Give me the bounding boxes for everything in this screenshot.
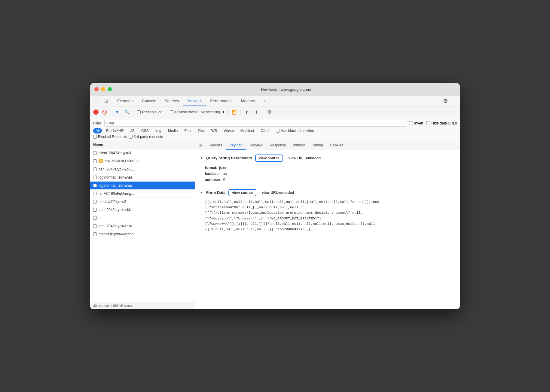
- left-panel-header: Name: [90, 141, 195, 149]
- preserve-log-label[interactable]: Preserve log: [136, 109, 163, 115]
- list-item-selected[interactable]: log?format=json&has...: [90, 182, 195, 190]
- tab-timing[interactable]: Timing: [309, 141, 327, 150]
- list-item[interactable]: manifest?pwa=webhp: [90, 230, 195, 238]
- settings-icon[interactable]: ⚙: [442, 96, 449, 106]
- upload-icon[interactable]: ⬆: [243, 108, 251, 116]
- req-checkbox[interactable]: [93, 184, 97, 187]
- tab-sources[interactable]: Sources: [160, 96, 183, 106]
- tab-response[interactable]: Response: [266, 141, 289, 150]
- tab-elements[interactable]: Elements: [113, 96, 138, 106]
- chip-other[interactable]: Other: [258, 128, 272, 133]
- list-item[interactable]: log?format=json&has...: [90, 173, 195, 182]
- tab-preview[interactable]: Preview: [246, 141, 266, 150]
- list-item[interactable]: rs=ACT90oFqOrnng...: [90, 190, 195, 198]
- detail-content: ▼ Query String Parameters view source vi…: [195, 150, 460, 309]
- tab-cookies[interactable]: Cookies: [326, 141, 347, 150]
- chip-all[interactable]: All: [93, 128, 102, 133]
- disable-cache-text: Disable cache: [175, 110, 197, 114]
- list-item[interactable]: ui: [90, 214, 195, 222]
- chip-manifest[interactable]: Manifest: [238, 128, 256, 133]
- chip-wasm[interactable]: Wasm: [221, 128, 236, 133]
- param-value: json: [219, 166, 226, 170]
- tab-payload[interactable]: Payload: [226, 141, 246, 150]
- throttling-select[interactable]: No throttling: [201, 110, 220, 114]
- chip-fetch-xhr[interactable]: Fetch/XHR: [104, 128, 126, 133]
- list-item[interactable]: m=aLUfP?xjs=s2: [90, 198, 195, 206]
- collapse-triangle[interactable]: ▼: [200, 156, 203, 160]
- clear-icon[interactable]: 🚫: [100, 108, 108, 116]
- list-item[interactable]: client_204?&atyp=i&...: [90, 149, 195, 157]
- req-name: gen_204?atyp=i&r=1...: [99, 167, 192, 171]
- req-name: gen_204?atyp=csi&r...: [99, 208, 192, 212]
- view-url-encoded-link-1[interactable]: view URL-encoded: [289, 156, 321, 160]
- chip-js[interactable]: JS: [128, 128, 137, 133]
- search-icon[interactable]: 🔍: [123, 108, 131, 116]
- chip-img[interactable]: Img: [153, 128, 164, 133]
- close-button[interactable]: [94, 87, 99, 91]
- disable-cache-checkbox[interactable]: [170, 110, 173, 114]
- query-string-label: Query String Parameters: [206, 156, 252, 160]
- record-button[interactable]: [93, 109, 99, 115]
- tab-network[interactable]: Network: [183, 96, 206, 106]
- req-checkbox[interactable]: [93, 200, 97, 204]
- tab-headers[interactable]: Headers: [205, 141, 226, 150]
- req-name: client_204?&atyp=i&...: [99, 151, 192, 155]
- hide-data-urls-label[interactable]: Hide data URLs: [426, 121, 457, 125]
- third-party-requests-label[interactable]: 3rd-party requests: [129, 135, 163, 139]
- has-blocked-cookies-label[interactable]: Has blocked cookies: [276, 129, 314, 133]
- view-url-encoded-link-2[interactable]: view URL-encoded: [262, 191, 294, 195]
- view-source-button-2[interactable]: view source: [228, 189, 256, 196]
- tab-memory[interactable]: Memory: [237, 96, 259, 106]
- download-icon[interactable]: ⬇: [252, 108, 260, 116]
- req-checkbox[interactable]: [93, 151, 97, 155]
- req-checkbox[interactable]: [93, 232, 97, 236]
- chip-doc[interactable]: Doc: [196, 128, 207, 133]
- chip-css[interactable]: CSS: [139, 128, 151, 133]
- third-party-requests-checkbox[interactable]: [129, 135, 133, 139]
- req-name: gen_204?atyp=i&ct=...: [99, 224, 192, 228]
- network-settings-icon[interactable]: ⚙: [265, 108, 273, 116]
- more-options-icon[interactable]: ⋮: [449, 96, 457, 106]
- close-detail-icon[interactable]: ✕: [197, 141, 205, 150]
- preserve-log-checkbox[interactable]: [137, 110, 141, 114]
- disable-cache-label[interactable]: Disable cache: [169, 109, 199, 115]
- collapse-triangle-2[interactable]: ▼: [200, 191, 203, 194]
- view-source-button-1[interactable]: view source: [255, 155, 283, 162]
- req-checkbox[interactable]: [93, 167, 97, 171]
- chip-font[interactable]: Font: [182, 128, 194, 133]
- traffic-lights: [94, 87, 112, 91]
- chip-media[interactable]: Media: [166, 128, 180, 133]
- maximize-button[interactable]: [108, 87, 112, 91]
- list-item[interactable]: gen_204?atyp=i&r=1...: [90, 165, 195, 173]
- throttle-arrow[interactable]: ▼: [222, 110, 225, 114]
- invert-checkbox[interactable]: [409, 121, 413, 125]
- tab-more[interactable]: »: [259, 96, 270, 106]
- req-checkbox[interactable]: [93, 192, 97, 195]
- list-item[interactable]: ⚙ m=CnSW2d,DPreE,H...: [90, 157, 195, 165]
- list-item[interactable]: gen_204?atyp=i&ct=...: [90, 222, 195, 230]
- tab-performance[interactable]: Performance: [206, 96, 237, 106]
- wifi-icon[interactable]: 📶: [230, 108, 238, 116]
- inspect-icon[interactable]: ⬚: [93, 97, 101, 105]
- req-checkbox[interactable]: [93, 216, 97, 220]
- req-checkbox[interactable]: [93, 208, 97, 212]
- blocked-requests-checkbox[interactable]: [93, 135, 97, 139]
- req-checkbox[interactable]: [93, 176, 97, 179]
- list-item[interactable]: gen_204?atyp=csi&r...: [90, 206, 195, 214]
- blocked-requests-text: Blocked Requests: [98, 135, 127, 139]
- has-blocked-cookies-checkbox[interactable]: [276, 129, 280, 133]
- tab-initiator[interactable]: Initiator: [289, 141, 308, 150]
- chip-ws[interactable]: WS: [209, 128, 219, 133]
- req-checkbox[interactable]: [93, 224, 97, 228]
- tab-console[interactable]: Console: [138, 96, 160, 106]
- left-panel-footer: 30 requests | 555 kB trans:: [90, 302, 195, 309]
- device-icon[interactable]: ⊡: [102, 97, 110, 105]
- filter-icon[interactable]: ▼: [113, 108, 121, 116]
- hide-data-urls-checkbox[interactable]: [426, 121, 430, 125]
- req-name: manifest?pwa=webhp: [99, 232, 192, 236]
- blocked-requests-label[interactable]: Blocked Requests: [93, 135, 127, 139]
- invert-label[interactable]: Invert: [409, 121, 423, 125]
- minimize-button[interactable]: [101, 87, 105, 91]
- req-checkbox[interactable]: [93, 159, 97, 163]
- filter-input[interactable]: [104, 120, 406, 127]
